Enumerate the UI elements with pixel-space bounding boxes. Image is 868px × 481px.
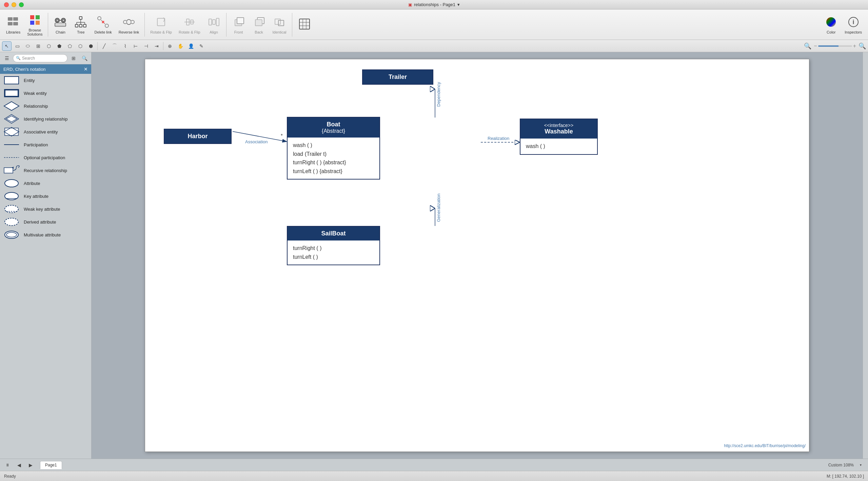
toolbar-rotate[interactable]: Rotate & Flip: [147, 14, 175, 36]
harbor-box[interactable]: Harbor: [164, 129, 232, 144]
toolbar-front[interactable]: Front: [229, 14, 248, 36]
toolbar-inspectors[interactable]: i Inspectors: [842, 14, 865, 36]
right-scrollbar[interactable]: [863, 52, 868, 459]
svg-rect-43: [278, 20, 284, 26]
prev-page-btn[interactable]: ◀: [14, 460, 24, 470]
shape-tool1[interactable]: ⬡: [44, 41, 54, 51]
zoom-plus[interactable]: +: [853, 43, 856, 49]
toolbar-libraries[interactable]: Libraries: [3, 14, 23, 36]
identifying-rel-icon: [3, 114, 20, 124]
zoom-slider[interactable]: [818, 45, 852, 47]
sidebar-item-multivalue-attribute[interactable]: Multivalue attribute: [0, 228, 91, 241]
toolbar-tree[interactable]: Tree: [71, 14, 90, 36]
sidebar-item-recursive-rel[interactable]: Recursive relationship: [0, 164, 91, 177]
sidebar-grid-btn[interactable]: ⊞: [69, 54, 78, 63]
title-dropdown-icon[interactable]: ▾: [457, 2, 460, 7]
toolbar-color[interactable]: Color: [822, 14, 841, 36]
sidebar-item-weak-entity[interactable]: Weak entity: [0, 87, 91, 100]
sidebar-item-key-attribute[interactable]: Key attribute: [0, 190, 91, 203]
reverse-link-icon: [122, 15, 136, 29]
minimize-button[interactable]: [12, 2, 16, 7]
pencil-tool[interactable]: ✎: [197, 41, 206, 51]
key-attribute-icon: [3, 191, 20, 201]
connector-tool3[interactable]: ⇥: [152, 41, 161, 51]
sidebar-list-btn[interactable]: ☰: [2, 54, 12, 63]
shape-tool2[interactable]: ⬟: [55, 41, 64, 51]
page-tab-1[interactable]: Page1: [40, 461, 62, 469]
table-tool[interactable]: ⊞: [34, 41, 43, 51]
toolbar-identical[interactable]: Identical: [270, 14, 289, 36]
toolbar-browse[interactable]: BrowseSolutions: [24, 12, 45, 38]
toolbar-chain[interactable]: Chain: [51, 14, 70, 36]
washable-method: wash ( ): [526, 142, 592, 151]
sidebar-search-btn[interactable]: 🔍: [80, 54, 89, 63]
sidebar-item-attribute[interactable]: Attribute: [0, 177, 91, 190]
zoom-dropdown-btn[interactable]: ▾: [856, 460, 865, 470]
sidebar-item-optional-participation[interactable]: Optional participation: [0, 151, 91, 164]
toolbar-grid[interactable]: [295, 16, 314, 34]
connector-tool1[interactable]: ⊢: [131, 41, 140, 51]
sidebar-item-weak-key-attribute[interactable]: Weak key attribute: [0, 203, 91, 215]
next-page-btn[interactable]: ▶: [26, 460, 35, 470]
toolbar-align[interactable]: Rotate & Flip: [176, 14, 203, 36]
close-button[interactable]: [4, 2, 9, 7]
zoom-in-btn[interactable]: 🔍: [859, 42, 866, 50]
line-tool[interactable]: ╱: [99, 41, 109, 51]
svg-rect-37: [216, 18, 219, 26]
rect-tool[interactable]: ▭: [13, 41, 22, 51]
attribute-shape: [3, 178, 20, 188]
sidebar-item-assoc-entity[interactable]: Associative entity: [0, 125, 91, 138]
svg-rect-1: [13, 17, 18, 21]
rotate-icon: [154, 15, 168, 29]
person-tool[interactable]: 👤: [186, 41, 196, 51]
distribute-label: Align: [210, 30, 218, 34]
sidebar-item-derived-attribute[interactable]: Derived attribute: [0, 215, 91, 228]
shape-tool5[interactable]: ⬢: [86, 41, 96, 51]
svg-rect-0: [8, 17, 13, 21]
toolbar-reverse-link[interactable]: Reverse link: [116, 14, 142, 36]
sidebar-close-icon[interactable]: ✕: [84, 66, 88, 72]
recursive-rel-shape: [3, 165, 20, 176]
connector-tool2[interactable]: ⊣: [141, 41, 151, 51]
svg-text:Generalization: Generalization: [436, 193, 441, 222]
zoom-minus[interactable]: −: [814, 43, 817, 49]
align-label: Rotate & Flip: [179, 30, 200, 34]
canvas[interactable]: Dependency Association * Realization Gen…: [145, 59, 809, 452]
svg-text:Association: Association: [245, 139, 268, 144]
canvas-area[interactable]: Dependency Association * Realization Gen…: [92, 52, 863, 459]
svg-rect-13: [55, 23, 66, 26]
browse-icon: [28, 13, 42, 27]
trailer-box[interactable]: Trailer: [362, 69, 433, 85]
toolbar-back[interactable]: Back: [250, 14, 269, 36]
color-label: Color: [827, 30, 835, 34]
shape-tool4[interactable]: ⬡: [76, 41, 85, 51]
polyline-tool[interactable]: ⌇: [120, 41, 130, 51]
zoom-fit[interactable]: ⊕: [165, 41, 175, 51]
sidebar-search-container[interactable]: 🔍 Search: [13, 54, 67, 62]
sidebar-item-relationship[interactable]: Relationship: [0, 100, 91, 112]
select-tool[interactable]: ↖: [2, 41, 12, 51]
sailboat-box[interactable]: SailBoat turnRight ( ) turnLeft ( ): [287, 226, 380, 265]
sailboat-body: turnRight ( ) turnLeft ( ): [288, 240, 379, 265]
window-controls[interactable]: [4, 2, 24, 7]
ellipse-tool[interactable]: ⬭: [23, 41, 33, 51]
sidebar-item-entity[interactable]: Entity: [0, 74, 91, 87]
pan-tool[interactable]: ✋: [176, 41, 185, 51]
sidebar-item-participation[interactable]: Participation: [0, 138, 91, 151]
curve-tool[interactable]: ⌒: [110, 41, 119, 51]
toolbar-delete-link[interactable]: Delete link: [92, 14, 114, 36]
pause-btn[interactable]: ⏸: [3, 460, 12, 470]
washable-box[interactable]: <<interface>> Washable wash ( ): [520, 119, 598, 155]
washable-body: wash ( ): [520, 139, 597, 154]
svg-point-61: [5, 180, 18, 187]
shape-tool3[interactable]: ⬠: [65, 41, 75, 51]
toolbar-distribute[interactable]: Align: [204, 14, 223, 36]
sidebar-item-identifying-rel[interactable]: Identifying relationship: [0, 112, 91, 125]
svg-rect-44: [299, 19, 310, 29]
boat-box[interactable]: Boat {Abstract} wash ( ) load (Trailer t…: [287, 117, 380, 180]
boat-header: Boat {Abstract}: [288, 118, 379, 138]
delete-link-icon: [96, 15, 110, 29]
zoom-out-btn[interactable]: 🔍: [804, 42, 811, 50]
maximize-button[interactable]: [19, 2, 24, 7]
derived-attribute-shape: [3, 217, 20, 227]
